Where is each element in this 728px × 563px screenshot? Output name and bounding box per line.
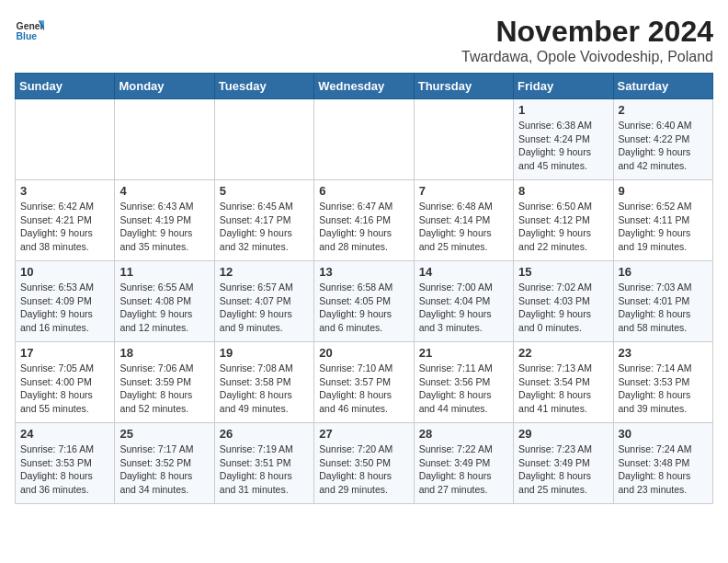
- calendar-cell: 13Sunrise: 6:58 AM Sunset: 4:05 PM Dayli…: [314, 261, 414, 342]
- day-number: 2: [619, 103, 708, 117]
- calendar-cell: 14Sunrise: 7:00 AM Sunset: 4:04 PM Dayli…: [414, 261, 513, 342]
- day-detail: Sunrise: 6:40 AM Sunset: 4:22 PM Dayligh…: [619, 119, 708, 173]
- calendar-cell: 24Sunrise: 7:16 AM Sunset: 3:53 PM Dayli…: [16, 423, 115, 504]
- calendar-cell: 19Sunrise: 7:08 AM Sunset: 3:58 PM Dayli…: [214, 342, 313, 423]
- day-detail: Sunrise: 7:11 AM Sunset: 3:56 PM Dayligh…: [419, 362, 508, 416]
- calendar-cell: 8Sunrise: 6:50 AM Sunset: 4:12 PM Daylig…: [514, 180, 613, 261]
- day-number: 29: [518, 427, 608, 441]
- day-number: 8: [518, 184, 608, 198]
- calendar-cell: 2Sunrise: 6:40 AM Sunset: 4:22 PM Daylig…: [613, 99, 712, 180]
- day-number: 4: [119, 184, 209, 198]
- day-number: 27: [319, 427, 408, 441]
- day-number: 30: [619, 427, 708, 441]
- calendar-cell: 30Sunrise: 7:24 AM Sunset: 3:48 PM Dayli…: [613, 423, 712, 504]
- day-number: 26: [220, 427, 309, 441]
- header-monday: Monday: [115, 74, 214, 99]
- day-number: 19: [220, 346, 309, 360]
- day-detail: Sunrise: 6:57 AM Sunset: 4:07 PM Dayligh…: [220, 281, 309, 335]
- svg-text:Blue: Blue: [17, 31, 38, 41]
- day-detail: Sunrise: 6:48 AM Sunset: 4:14 PM Dayligh…: [419, 200, 508, 254]
- day-detail: Sunrise: 6:43 AM Sunset: 4:19 PM Dayligh…: [119, 200, 209, 254]
- calendar-table: Sunday Monday Tuesday Wednesday Thursday…: [15, 73, 713, 504]
- calendar-cell: [314, 99, 414, 180]
- day-detail: Sunrise: 7:05 AM Sunset: 4:00 PM Dayligh…: [20, 362, 109, 416]
- day-number: 13: [319, 265, 408, 279]
- day-detail: Sunrise: 7:08 AM Sunset: 3:58 PM Dayligh…: [220, 362, 309, 416]
- logo: General Blue: [15, 15, 44, 44]
- day-number: 22: [518, 346, 608, 360]
- calendar-cell: 4Sunrise: 6:43 AM Sunset: 4:19 PM Daylig…: [115, 180, 214, 261]
- header-saturday: Saturday: [613, 74, 712, 99]
- calendar-cell: 27Sunrise: 7:20 AM Sunset: 3:50 PM Dayli…: [314, 423, 414, 504]
- header-tuesday: Tuesday: [214, 74, 313, 99]
- day-detail: Sunrise: 6:52 AM Sunset: 4:11 PM Dayligh…: [619, 200, 708, 254]
- calendar-cell: 5Sunrise: 6:45 AM Sunset: 4:17 PM Daylig…: [214, 180, 313, 261]
- day-number: 17: [20, 346, 109, 360]
- page-title: November 2024: [461, 15, 713, 49]
- day-detail: Sunrise: 7:24 AM Sunset: 3:48 PM Dayligh…: [619, 442, 708, 497]
- calendar-cell: [115, 99, 214, 180]
- day-detail: Sunrise: 7:13 AM Sunset: 3:54 PM Dayligh…: [518, 362, 608, 416]
- day-detail: Sunrise: 6:45 AM Sunset: 4:17 PM Dayligh…: [220, 200, 309, 254]
- day-detail: Sunrise: 7:17 AM Sunset: 3:52 PM Dayligh…: [119, 442, 209, 497]
- calendar-header: Sunday Monday Tuesday Wednesday Thursday…: [16, 74, 713, 99]
- day-detail: Sunrise: 7:16 AM Sunset: 3:53 PM Dayligh…: [20, 442, 109, 497]
- header-row: Sunday Monday Tuesday Wednesday Thursday…: [16, 74, 713, 99]
- calendar-cell: [214, 99, 313, 180]
- day-number: 5: [220, 184, 309, 198]
- day-detail: Sunrise: 6:55 AM Sunset: 4:08 PM Dayligh…: [119, 281, 209, 335]
- calendar-cell: 7Sunrise: 6:48 AM Sunset: 4:14 PM Daylig…: [414, 180, 513, 261]
- day-number: 16: [619, 265, 708, 279]
- calendar-cell: 16Sunrise: 7:03 AM Sunset: 4:01 PM Dayli…: [613, 261, 712, 342]
- day-detail: Sunrise: 6:38 AM Sunset: 4:24 PM Dayligh…: [518, 119, 608, 173]
- calendar-cell: 25Sunrise: 7:17 AM Sunset: 3:52 PM Dayli…: [115, 423, 214, 504]
- calendar-cell: 9Sunrise: 6:52 AM Sunset: 4:11 PM Daylig…: [613, 180, 712, 261]
- day-number: 25: [119, 427, 209, 441]
- day-number: 1: [518, 103, 608, 117]
- calendar-week-5: 24Sunrise: 7:16 AM Sunset: 3:53 PM Dayli…: [16, 423, 713, 504]
- calendar-cell: 12Sunrise: 6:57 AM Sunset: 4:07 PM Dayli…: [214, 261, 313, 342]
- day-number: 28: [419, 427, 508, 441]
- calendar-cell: 20Sunrise: 7:10 AM Sunset: 3:57 PM Dayli…: [314, 342, 414, 423]
- day-detail: Sunrise: 7:14 AM Sunset: 3:53 PM Dayligh…: [619, 362, 708, 416]
- day-number: 18: [119, 346, 209, 360]
- header-wednesday: Wednesday: [314, 74, 414, 99]
- day-detail: Sunrise: 7:23 AM Sunset: 3:49 PM Dayligh…: [518, 442, 608, 497]
- calendar-cell: 18Sunrise: 7:06 AM Sunset: 3:59 PM Dayli…: [115, 342, 214, 423]
- day-detail: Sunrise: 7:03 AM Sunset: 4:01 PM Dayligh…: [619, 281, 708, 335]
- day-detail: Sunrise: 6:47 AM Sunset: 4:16 PM Dayligh…: [319, 200, 408, 254]
- calendar-cell: 10Sunrise: 6:53 AM Sunset: 4:09 PM Dayli…: [16, 261, 115, 342]
- calendar-cell: 17Sunrise: 7:05 AM Sunset: 4:00 PM Dayli…: [16, 342, 115, 423]
- day-detail: Sunrise: 7:20 AM Sunset: 3:50 PM Dayligh…: [319, 442, 408, 497]
- day-detail: Sunrise: 6:42 AM Sunset: 4:21 PM Dayligh…: [20, 200, 109, 254]
- day-number: 24: [20, 427, 109, 441]
- calendar-week-3: 10Sunrise: 6:53 AM Sunset: 4:09 PM Dayli…: [16, 261, 713, 342]
- day-number: 14: [419, 265, 508, 279]
- day-detail: Sunrise: 6:53 AM Sunset: 4:09 PM Dayligh…: [20, 281, 109, 335]
- calendar-cell: 21Sunrise: 7:11 AM Sunset: 3:56 PM Dayli…: [414, 342, 513, 423]
- day-detail: Sunrise: 6:50 AM Sunset: 4:12 PM Dayligh…: [518, 200, 608, 254]
- calendar-cell: 23Sunrise: 7:14 AM Sunset: 3:53 PM Dayli…: [613, 342, 712, 423]
- day-number: 23: [619, 346, 708, 360]
- day-number: 7: [419, 184, 508, 198]
- calendar-cell: [414, 99, 513, 180]
- day-detail: Sunrise: 7:00 AM Sunset: 4:04 PM Dayligh…: [419, 281, 508, 335]
- calendar-cell: 29Sunrise: 7:23 AM Sunset: 3:49 PM Dayli…: [514, 423, 613, 504]
- calendar-cell: [16, 99, 115, 180]
- calendar-cell: 3Sunrise: 6:42 AM Sunset: 4:21 PM Daylig…: [16, 180, 115, 261]
- calendar-cell: 15Sunrise: 7:02 AM Sunset: 4:03 PM Dayli…: [514, 261, 613, 342]
- calendar-week-2: 3Sunrise: 6:42 AM Sunset: 4:21 PM Daylig…: [16, 180, 713, 261]
- day-number: 10: [20, 265, 109, 279]
- calendar-body: 1Sunrise: 6:38 AM Sunset: 4:24 PM Daylig…: [16, 99, 713, 504]
- header-thursday: Thursday: [414, 74, 513, 99]
- day-number: 6: [319, 184, 408, 198]
- day-number: 15: [518, 265, 608, 279]
- header-sunday: Sunday: [16, 74, 115, 99]
- day-number: 9: [619, 184, 708, 198]
- calendar-cell: 22Sunrise: 7:13 AM Sunset: 3:54 PM Dayli…: [514, 342, 613, 423]
- calendar-cell: 11Sunrise: 6:55 AM Sunset: 4:08 PM Dayli…: [115, 261, 214, 342]
- day-number: 12: [220, 265, 309, 279]
- day-detail: Sunrise: 7:22 AM Sunset: 3:49 PM Dayligh…: [419, 442, 508, 497]
- day-detail: Sunrise: 7:10 AM Sunset: 3:57 PM Dayligh…: [319, 362, 408, 416]
- header-friday: Friday: [514, 74, 613, 99]
